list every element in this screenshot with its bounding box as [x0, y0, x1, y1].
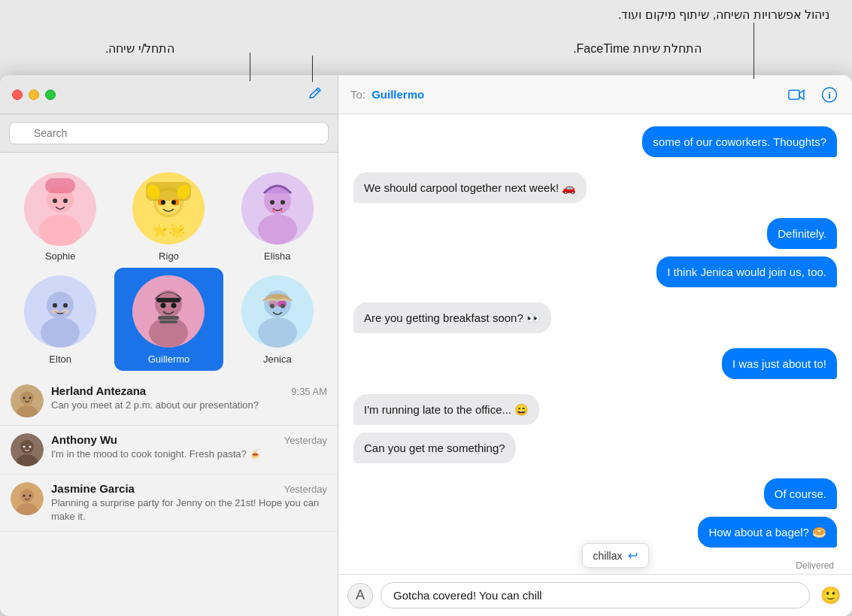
message-row-5: Are you getting breakfast soon? 👀	[353, 302, 837, 333]
autocomplete-undo[interactable]: ↩	[628, 548, 638, 563]
close-button[interactable]	[12, 90, 23, 100]
autocomplete-word: chillax	[593, 550, 623, 562]
message-bubble-7: I'm running late to the office... 😄	[353, 394, 539, 425]
contact-name-elton: Elton	[49, 354, 71, 365]
chat-actions: i	[786, 84, 840, 105]
conv-content-anthony: Anthony Wu Yesterday I'm in the mood to …	[51, 433, 327, 461]
message-row-3: Definitely.	[353, 218, 837, 249]
avatar-guillermo	[131, 274, 206, 349]
contact-pin-elton[interactable]: Elton	[6, 268, 114, 371]
svg-rect-3	[45, 178, 75, 193]
to-label: To:	[350, 88, 365, 101]
minimize-button[interactable]	[29, 90, 39, 100]
search-bar: 🔍	[0, 114, 338, 153]
conv-item-anthony[interactable]: Anthony Wu Yesterday I'm in the mood to …	[0, 426, 338, 475]
message-row-9: Of course.	[353, 478, 837, 509]
input-area: A 🙂 chillax ↩	[338, 574, 852, 616]
contact-pin-sophie[interactable]: Sophie	[6, 165, 114, 268]
conversation-list: Herland Antezana 9:35 AM Can you meet at…	[0, 377, 338, 616]
conv-header-anthony: Anthony Wu Yesterday	[51, 433, 327, 446]
messages-area: some of our coworkers. Thoughts?We shoul…	[338, 114, 852, 559]
contact-name-guillermo: Guillermo	[148, 354, 190, 365]
message-row-7: I'm running late to the office... 😄	[353, 394, 837, 425]
message-bubble-10: How about a bagel? 🥯	[698, 517, 837, 548]
message-bubble-3: Definitely.	[767, 218, 837, 249]
svg-point-4	[53, 199, 57, 203]
conv-header-jasmine: Jasmine Garcia Yesterday	[51, 482, 327, 495]
svg-point-52	[20, 440, 34, 454]
svg-point-2	[39, 214, 81, 246]
svg-point-54	[23, 446, 26, 448]
conv-avatar-herland	[11, 384, 44, 417]
message-row-4: I think Jenica would join us, too.	[353, 256, 837, 287]
svg-point-25	[47, 292, 74, 319]
autocomplete-popup[interactable]: chillax ↩	[582, 543, 650, 568]
message-row-1: some of our coworkers. Thoughts?	[353, 126, 837, 157]
message-bubble-4: I think Jenica would join us, too.	[656, 256, 837, 287]
contact-name-jenica: Jenica	[263, 354, 292, 365]
contact-pin-elisha[interactable]: Elisha	[223, 165, 332, 268]
svg-rect-38	[159, 320, 177, 323]
pinned-contacts-grid: Sophie ⭐🌟 Rigo Elisha	[0, 153, 338, 377]
svg-text:⭐🌟: ⭐🌟	[152, 222, 186, 238]
annotation-line-right	[753, 23, 754, 79]
svg-point-19	[258, 214, 297, 244]
conv-preview-jasmine: Planning a surprise party for Jenny on t…	[51, 496, 327, 523]
svg-point-5	[63, 199, 68, 203]
svg-point-26	[41, 317, 80, 347]
svg-point-15	[171, 200, 176, 205]
contact-name-sophie: Sophie	[45, 250, 75, 262]
maximize-button[interactable]	[45, 90, 56, 100]
conv-avatar-jasmine	[11, 482, 44, 515]
conv-name-jasmine: Jasmine Garcia	[51, 482, 135, 495]
message-row-6: I was just about to!	[353, 348, 837, 379]
app-window: 🔍 Sophie ⭐🌟 Rigo	[0, 75, 852, 616]
svg-point-29	[51, 309, 59, 314]
chat-recipient-label: To: Guillermo	[350, 88, 786, 101]
emoji-button[interactable]: 🙂	[817, 583, 843, 608]
message-row-2: We should carpool together next week! 🚗	[353, 172, 837, 203]
contact-name-rigo: Rigo	[159, 250, 179, 262]
conv-name-herland: Herland Antezana	[51, 384, 146, 397]
avatar-rigo: ⭐🌟	[131, 171, 206, 246]
recipient-name: Guillermo	[371, 88, 424, 101]
svg-point-14	[161, 200, 165, 205]
svg-point-44	[270, 304, 274, 308]
contact-pin-jenica[interactable]: Jenica	[223, 268, 332, 371]
svg-point-30	[62, 309, 69, 314]
contact-pin-rigo[interactable]: ⭐🌟 Rigo	[114, 165, 223, 268]
conv-item-herland[interactable]: Herland Antezana 9:35 AM Can you meet at…	[0, 377, 338, 426]
apps-button[interactable]: A	[347, 583, 373, 608]
message-bubble-9: Of course.	[764, 478, 837, 509]
svg-point-23	[280, 209, 283, 212]
conv-preview-herland: Can you meet at 2 p.m. about our present…	[51, 399, 327, 412]
sidebar: 🔍 Sophie ⭐🌟 Rigo	[0, 75, 338, 616]
annotation-facetime: התחלת שיחת FaceTime.	[573, 41, 702, 56]
svg-point-45	[280, 304, 285, 308]
svg-text:i: i	[828, 90, 831, 101]
svg-point-41	[258, 317, 297, 347]
svg-point-50	[29, 397, 32, 399]
svg-point-21	[280, 200, 285, 205]
conv-content-jasmine: Jasmine Garcia Yesterday Planning a surp…	[51, 482, 327, 523]
conv-item-jasmine[interactable]: Jasmine Garcia Yesterday Planning a surp…	[0, 475, 338, 532]
svg-point-20	[270, 200, 274, 205]
svg-point-22	[272, 209, 275, 212]
conv-name-anthony: Anthony Wu	[51, 433, 117, 446]
conv-preview-anthony: I'm in the mood to cook tonight. Fresh p…	[51, 448, 327, 461]
avatar-elton	[23, 274, 98, 349]
info-button[interactable]: i	[819, 84, 840, 105]
annotation-sidebar: התחל/י שיחה.	[105, 41, 174, 56]
message-bubble-2: We should carpool together next week! 🚗	[353, 172, 587, 203]
message-input[interactable]	[381, 582, 810, 608]
chat-titlebar: To: Guillermo i	[338, 75, 852, 114]
facetime-button[interactable]	[786, 84, 807, 105]
conv-content-herland: Herland Antezana 9:35 AM Can you meet at…	[51, 384, 327, 412]
search-input[interactable]	[9, 122, 329, 144]
avatar-sophie	[23, 171, 98, 246]
svg-point-32	[155, 290, 182, 317]
compose-button[interactable]	[305, 84, 326, 105]
chat-panel: To: Guillermo i some	[338, 75, 852, 616]
contact-pin-guillermo[interactable]: Guillermo	[114, 268, 223, 371]
svg-point-28	[63, 303, 68, 308]
